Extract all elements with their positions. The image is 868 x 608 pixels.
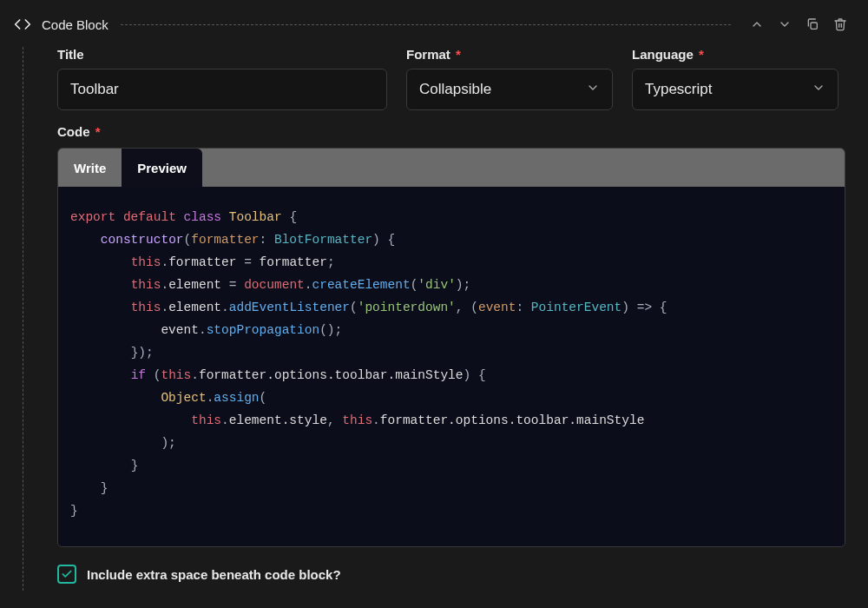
extra-space-checkbox[interactable] — [57, 565, 76, 584]
code-preview: export default class Toolbar { construct… — [58, 187, 845, 546]
code-label: Code * — [57, 124, 101, 139]
chevron-down-icon — [812, 81, 825, 99]
chevron-down-icon — [586, 81, 600, 99]
tab-strip: Write Preview — [58, 149, 845, 187]
format-label: Format * — [406, 47, 613, 62]
language-label: Language * — [632, 47, 838, 62]
header-divider — [121, 24, 731, 25]
tab-write[interactable]: Write — [58, 149, 122, 187]
tree-guide-line — [14, 47, 38, 591]
format-select[interactable]: Collapsible — [406, 69, 613, 110]
tab-preview[interactable]: Preview — [122, 149, 202, 187]
code-icon — [14, 16, 31, 33]
language-select-value: Typescript — [645, 81, 712, 98]
code-panel: Write Preview export default class Toolb… — [57, 148, 845, 547]
block-type-label: Code Block — [42, 17, 108, 32]
duplicate-button[interactable] — [802, 14, 823, 35]
svg-rect-0 — [811, 23, 817, 29]
title-input[interactable] — [57, 69, 387, 110]
extra-space-label: Include extra space beneath code block? — [87, 567, 341, 582]
delete-button[interactable] — [830, 14, 851, 35]
format-select-value: Collapsible — [419, 81, 491, 98]
title-label: Title — [57, 47, 387, 62]
collapse-up-button[interactable] — [746, 14, 767, 35]
expand-down-button[interactable] — [774, 14, 795, 35]
language-select[interactable]: Typescript — [632, 69, 838, 110]
